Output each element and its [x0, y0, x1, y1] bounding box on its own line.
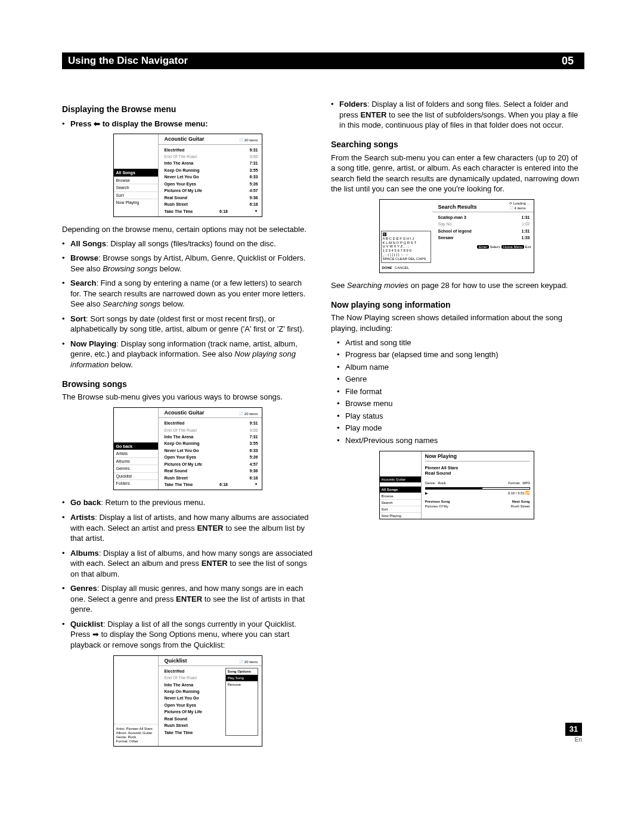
heading-browsing-songs: Browsing songs: [62, 379, 313, 390]
heading-searching-songs: Searching songs: [331, 139, 582, 150]
screenshot-now-playing: Acoustic Guitar All Songs Browse Search …: [379, 451, 534, 520]
screenshot-browse-sub: Go back Artists Albums Genres Quicklist …: [113, 407, 262, 491]
screenshot-quicklist: Artist: Pioneer All Stars Album: Acousti…: [113, 655, 262, 747]
screenshot-browse-menu: All Songs Browse Search Sort Now Playing…: [113, 134, 262, 217]
now-playing-info-list: Artist and song title Progress bar (elap…: [331, 338, 582, 446]
heading-display-browse: Displaying the Browse menu: [62, 104, 313, 115]
page-number: 31: [565, 723, 582, 736]
chapter-header: Using the Disc Navigator 05: [62, 52, 584, 69]
left-arrow-icon: ⬅: [94, 119, 100, 128]
right-arrow-icon: ➡: [92, 630, 99, 639]
right-column: Folders: Display a list of folders and s…: [331, 95, 582, 754]
press-line: Press ⬅ to display the Browse menu:: [70, 119, 313, 129]
chapter-title: Using the Disc Navigator: [68, 54, 553, 68]
depending-note: Depending on the browse menu, certain op…: [62, 224, 313, 235]
screenshot-search: S A B C D E F G H I J K L M N O P Q R S …: [379, 199, 534, 273]
play-icon: ▶: [425, 491, 428, 496]
page-lang: En: [565, 736, 582, 744]
chapter-number: 05: [557, 52, 578, 69]
left-column: Displaying the Browse menu Press ⬅ to di…: [62, 95, 313, 754]
side-all-songs: All Songs: [114, 169, 158, 176]
page-body: Displaying the Browse menu Press ⬅ to di…: [62, 95, 582, 754]
page-footer: 31 En: [565, 723, 582, 744]
heading-now-playing: Now playing song information: [331, 299, 582, 311]
